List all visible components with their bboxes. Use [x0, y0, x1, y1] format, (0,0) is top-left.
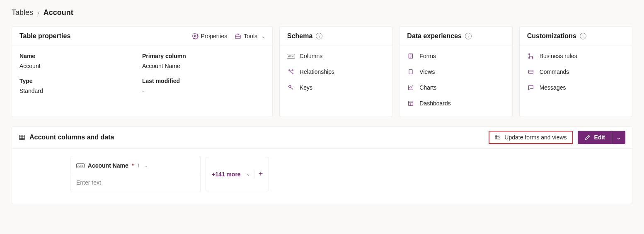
svg-point-2	[289, 70, 290, 71]
schema-card: Schema i Abc Columns Relationships Keys	[279, 26, 392, 117]
commands-link[interactable]: Commands	[527, 68, 625, 75]
sort-asc-icon: ↑	[137, 163, 140, 168]
add-column-button[interactable]: +	[259, 170, 263, 178]
info-icon[interactable]: i	[580, 33, 586, 39]
toolbox-icon	[235, 33, 241, 39]
update-forms-views-button[interactable]: Update forms and views	[489, 131, 572, 144]
svg-rect-7	[409, 70, 412, 74]
breadcrumb: Tables › Account	[12, 8, 632, 17]
svg-point-10	[528, 57, 530, 58]
form-icon	[407, 53, 414, 59]
key-icon	[287, 84, 295, 91]
column-header-account-name[interactable]: Abc Account Name* ↑ ⌄	[70, 157, 201, 174]
charts-link[interactable]: Charts	[407, 84, 504, 91]
tools-button[interactable]: Tools ⌄	[235, 33, 265, 39]
pencil-icon	[584, 134, 591, 141]
table-properties-title: Table properties	[19, 32, 70, 40]
chevron-down-icon: ⌄	[261, 34, 265, 39]
dashboard-icon	[407, 100, 414, 107]
schema-title: Schema	[287, 32, 312, 40]
required-indicator: *	[132, 162, 134, 169]
properties-button[interactable]: Properties	[192, 33, 228, 39]
views-icon	[407, 68, 414, 75]
columns-and-data-panel: Account columns and data Update forms an…	[12, 126, 632, 204]
chart-icon	[407, 84, 414, 91]
schema-relationships-link[interactable]: Relationships	[287, 68, 385, 75]
svg-point-3	[292, 70, 293, 71]
text-type-icon: Abc	[76, 163, 85, 168]
prop-modified-value: -	[142, 88, 265, 94]
prop-primary-value: Account Name	[142, 63, 265, 69]
data-experiences-card: Data experiences i Forms Views Charts	[399, 26, 512, 117]
info-icon[interactable]: i	[316, 33, 322, 39]
commands-icon	[527, 68, 535, 75]
customizations-card: Customizations i Business rules Commands…	[519, 26, 632, 117]
info-icon[interactable]: i	[465, 33, 472, 39]
breadcrumb-root[interactable]: Tables	[12, 8, 33, 17]
customizations-title: Customizations	[527, 32, 576, 40]
schema-keys-link[interactable]: Keys	[287, 84, 385, 91]
business-rules-link[interactable]: Business rules	[527, 53, 625, 59]
chevron-down-icon: ⌄	[247, 172, 250, 176]
data-exp-title: Data experiences	[407, 32, 462, 40]
svg-rect-14	[495, 135, 499, 139]
gear-icon	[192, 33, 199, 39]
messages-icon	[527, 84, 535, 91]
table-icon	[19, 134, 25, 141]
data-panel-title: Account columns and data	[29, 134, 114, 141]
breadcrumb-current: Account	[44, 8, 73, 17]
new-row-input[interactable]: Enter text	[70, 174, 201, 191]
table-properties-card: Table properties Properties Tools ⌄ Name…	[12, 26, 273, 117]
messages-link[interactable]: Messages	[527, 84, 625, 91]
svg-point-5	[289, 85, 291, 88]
prop-primary-label: Primary column	[142, 53, 265, 59]
schema-columns-link[interactable]: Abc Columns	[287, 53, 385, 59]
svg-point-9	[528, 54, 530, 55]
prop-modified-label: Last modified	[142, 78, 265, 84]
relationships-icon	[287, 68, 295, 75]
svg-point-11	[532, 57, 533, 58]
prop-type-value: Standard	[19, 88, 142, 94]
columns-icon: Abc	[287, 54, 295, 58]
prop-type-label: Type	[19, 78, 142, 84]
dashboards-link[interactable]: Dashboards	[407, 100, 504, 107]
svg-rect-13	[19, 135, 24, 140]
edit-button[interactable]: Edit ⌄	[578, 131, 625, 144]
prop-name-label: Name	[19, 53, 142, 59]
chevron-right-icon: ›	[37, 10, 39, 16]
more-columns-button[interactable]: +141 more ⌄ +	[206, 157, 269, 191]
svg-point-0	[194, 35, 196, 37]
chevron-down-icon: ⌄	[145, 163, 148, 168]
svg-rect-1	[235, 35, 240, 38]
prop-name-value: Account	[19, 63, 142, 69]
branch-icon	[527, 53, 535, 59]
svg-point-4	[292, 73, 293, 74]
forms-link[interactable]: Forms	[407, 53, 504, 59]
views-link[interactable]: Views	[407, 68, 504, 75]
update-icon	[494, 134, 501, 141]
chevron-down-icon: ⌄	[616, 134, 621, 141]
svg-rect-12	[528, 70, 533, 73]
edit-split-button[interactable]: ⌄	[612, 131, 625, 144]
